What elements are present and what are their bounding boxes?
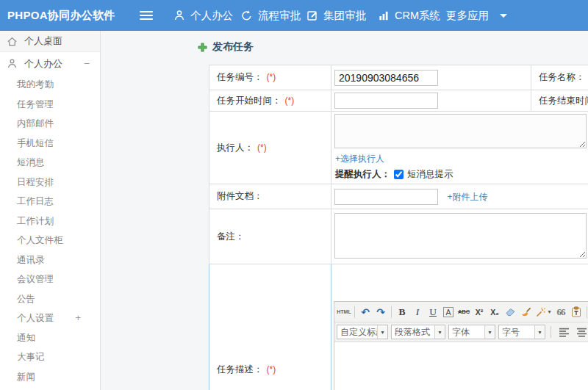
form-row-start-time: 任务开始时间：(*) 任务结束时间：(*) [209, 90, 588, 112]
editor-content[interactable] [334, 342, 588, 390]
underline-button[interactable]: U [426, 305, 440, 319]
remark-field-cell [331, 209, 588, 264]
form-row-executor: 执行人：(*) +选择执行人 提醒执行人： 短消息提示 [209, 112, 588, 184]
remove-format-button[interactable] [503, 305, 517, 319]
subscript-button[interactable]: X₂ [487, 305, 502, 319]
field-label: 任务名称： [539, 72, 585, 82]
sidebar-item-label: 个人桌面 [24, 35, 62, 48]
chevron-down-icon: ▾ [377, 325, 387, 339]
chevron-down-icon: ▾ [484, 325, 495, 339]
editor-toolbar-row1: HTML ↶ ↷ B I U A ABC X² X₂ [334, 302, 588, 322]
sidebar-item-internal-mail[interactable]: 内部邮件 [0, 114, 100, 134]
nav-crm-system[interactable]: CRM系统 [378, 0, 440, 31]
sidebar-item-news[interactable]: 新闻 [0, 367, 100, 387]
field-label: 附件文档： [217, 191, 263, 201]
task-no-input[interactable] [334, 70, 438, 86]
sidebar-item-events[interactable]: 大事记 [0, 347, 100, 367]
sidebar-item-personal-office[interactable]: 个人办公 − [0, 52, 100, 75]
sidebar-item-label: 新闻 [17, 372, 35, 382]
attachment-label-cell: 附件文档： [209, 184, 331, 209]
remind-executor-row: 提醒执行人： 短消息提示 [335, 168, 588, 181]
font-size-select[interactable]: 字号 ▾ [498, 325, 545, 339]
executor-textarea[interactable] [334, 114, 587, 148]
source-code-button[interactable]: HTML [337, 305, 351, 319]
menu-toggle-icon[interactable] [140, 11, 153, 20]
clipboard-icon [571, 306, 581, 317]
blockquote-button[interactable]: 66 [553, 305, 568, 319]
required-mark: (*) [285, 95, 295, 106]
custom-title-select[interactable]: 自定义标题 ▾ [337, 325, 388, 339]
sms-remind-checkbox[interactable] [394, 170, 404, 179]
nav-label: 更多应用 [446, 9, 489, 23]
upload-attachment-link[interactable]: +附件上传 [447, 191, 487, 203]
field-label: 备注： [217, 231, 245, 242]
nav-label: 集团审批 [323, 9, 366, 23]
redo-button[interactable]: ↷ [373, 305, 388, 319]
align-left-icon [559, 328, 570, 337]
sidebar-item-label: 通讯录 [17, 255, 45, 265]
sidebar-item-schedule[interactable]: 日程安排 [0, 173, 100, 192]
sidebar-item-label: 日程安排 [17, 177, 54, 187]
form-row-remark: 备注： [209, 209, 588, 264]
italic-button[interactable]: I [410, 305, 425, 319]
sidebar-item-attendance[interactable]: 我的考勤 [0, 75, 100, 95]
nav-more-apps[interactable]: 更多应用 [446, 0, 507, 31]
sidebar-item-label: 大事记 [17, 352, 45, 362]
choose-executor-link[interactable]: +选择执行人 [335, 153, 384, 165]
bold-button[interactable]: B [395, 305, 409, 319]
start-time-input[interactable] [334, 93, 438, 109]
sidebar-item-label: 个人办公 [24, 57, 62, 71]
required-mark: (*) [267, 72, 276, 82]
sidebar-item-label: 会议管理 [17, 274, 54, 284]
form-row-task-no: 任务编号：(*) 任务名称：(*) [209, 65, 588, 90]
font-family-select[interactable]: 字体 ▾ [448, 325, 495, 339]
sidebar-item-mobile-sms[interactable]: 手机短信 [0, 134, 100, 154]
sidebar-item-work-plan[interactable]: 工作计划 [0, 212, 100, 231]
collapse-minus-icon[interactable]: − [84, 52, 90, 75]
sidebar-item-label: 工作计划 [17, 216, 54, 226]
attachment-input[interactable] [334, 189, 438, 205]
sidebar-item-label: 手机短信 [17, 138, 54, 148]
sidebar-item-announcements[interactable]: 公告 [0, 289, 100, 309]
publish-task-form: 任务编号：(*) 任务名称：(*) 任务开始时间：(*) 任务结束时间：(*) [209, 65, 588, 390]
sidebar-item-work-log[interactable]: 工作日志 [0, 192, 100, 212]
home-icon [7, 36, 18, 47]
select-value: 字体 [449, 325, 484, 339]
start-time-label-cell: 任务开始时间：(*) [209, 90, 331, 112]
format-painter-button[interactable] [518, 305, 533, 319]
sidebar-item-short-message[interactable]: 短消息 [0, 153, 100, 173]
sidebar-item-contacts[interactable]: 通讯录 [0, 250, 100, 270]
superscript-button[interactable]: X² [472, 305, 487, 319]
nav-group-approval[interactable]: 集团审批 [306, 0, 366, 31]
align-center-button[interactable] [574, 325, 588, 339]
select-value: 段落格式 [392, 325, 434, 339]
editor-toolbar-row2: 自定义标题 ▾ 段落格式 ▾ 字体 ▾ [334, 322, 588, 342]
sidebar-item-task-management[interactable]: 任务管理 [0, 95, 100, 115]
align-center-icon [576, 328, 587, 337]
nav-label: 流程审批 [258, 9, 301, 23]
sidebar-item-file-cabinet[interactable]: 个人文件柜 [0, 231, 100, 250]
align-left-button[interactable] [556, 325, 571, 339]
task-no-label-cell: 任务编号：(*) [209, 65, 331, 90]
required-mark: (*) [257, 142, 267, 153]
sidebar-item-meeting-management[interactable]: 会议管理 [0, 270, 100, 289]
nav-workflow-approval[interactable]: 流程审批 [240, 0, 301, 31]
chevron-down-icon [500, 14, 507, 18]
expand-plus-icon[interactable]: + [75, 308, 81, 328]
sidebar-item-personal-desktop[interactable]: 个人桌面 [0, 31, 100, 52]
undo-button[interactable]: ↶ [358, 305, 373, 319]
quick-format-button[interactable]: ▾ [534, 305, 553, 319]
sidebar-item-personal-settings[interactable]: 个人设置+ [0, 308, 100, 328]
sidebar-item-label: 内部邮件 [17, 118, 54, 129]
paragraph-format-select[interactable]: 段落格式 ▾ [391, 325, 445, 339]
sidebar-item-notices[interactable]: 通知 [0, 328, 100, 348]
strikethrough-button[interactable]: ABC [456, 305, 471, 319]
font-style-glyph: A [443, 307, 453, 317]
sidebar-item-label: 个人设置 [17, 313, 54, 323]
font-style-button[interactable]: A [441, 305, 456, 319]
form-row-description: 任务描述：(*) HTML ↶ ↷ B I U [209, 264, 588, 390]
nav-personal-office[interactable]: 个人办公 [173, 0, 233, 31]
paste-plain-button[interactable] [569, 305, 584, 319]
select-value: 自定义标题 [337, 325, 377, 339]
remark-textarea[interactable] [334, 213, 587, 259]
